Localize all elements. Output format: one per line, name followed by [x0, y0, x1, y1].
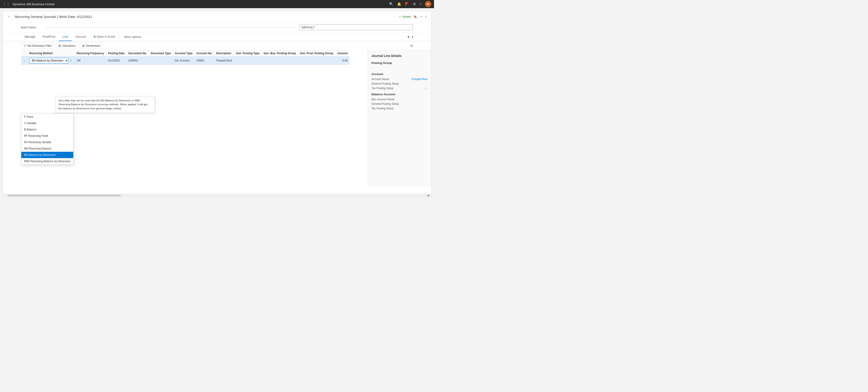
col-recurring-frequency[interactable]: Recurring Frequency — [75, 50, 106, 56]
right-panel: Journal Line Details Posting Group — Acc… — [368, 50, 431, 187]
cell-amount[interactable]: 0.00 — [335, 56, 349, 65]
cell-posting-date[interactable]: 4/12/2021 — [106, 56, 126, 65]
cell-recurring-method[interactable]: BD Balance by Dimension ⋮ — [27, 56, 75, 65]
col-account-no[interactable]: Account No. — [195, 50, 215, 56]
col-recurring-method[interactable]: Recurring Method ↑ — [27, 50, 75, 56]
recurring-method-dropdown: F Fixed V Variable B Balance RF Reversin… — [21, 113, 73, 165]
dropdown-item-b-balance[interactable]: B Balance — [21, 127, 73, 133]
tab-bar-right: ▼ ℹ — [407, 35, 413, 39]
filter-icon[interactable]: ▼ — [407, 35, 410, 39]
content-area: Set a filter that can be used with the B… — [3, 50, 431, 68]
panel-field-general-posting-setup: General Posting Setup — [371, 82, 427, 85]
panel-field-account-name: Account Name Prepaid Rent — [371, 78, 427, 81]
dropdown-item-bd-balance-by-dimension[interactable]: BD Balance by Dimension — [21, 152, 73, 158]
collapse-icon[interactable]: ⤢ — [425, 15, 427, 18]
tax-posting-setup-dash: — — [425, 87, 427, 90]
table-row[interactable]: → BD Balance by Dimension ⋮ 1M 4 — [21, 56, 349, 65]
cell-recurring-frequency[interactable]: 1M — [75, 56, 106, 65]
open-external-icon[interactable]: ↗ — [420, 15, 422, 18]
col-posting-date[interactable]: Posting Date — [106, 50, 126, 56]
cell-document-type[interactable] — [149, 56, 173, 65]
panel-field-posting-group-value: — — [371, 66, 427, 69]
scroll-right-arrow[interactable]: ► — [427, 194, 430, 197]
panel-field-tax-posting-setup: Tax Posting Setup — — [371, 87, 427, 90]
tab-postprint[interactable]: Post/Print — [39, 33, 59, 41]
batch-ellipsis-button[interactable]: ··· — [408, 26, 411, 29]
col-document-type[interactable]: Document Type — [149, 50, 173, 56]
method-cell: BD Balance by Dimension ⋮ — [29, 58, 73, 63]
info-icon[interactable]: ℹ — [412, 35, 413, 39]
columns-icon[interactable]: ⊟ — [410, 44, 413, 48]
tab-more-options[interactable]: More options — [121, 33, 145, 41]
panel-field-bal-tax-posting-setup: Tax Posting Setup — [371, 107, 427, 110]
journal-table: Recurring Method ↑ Recurring Frequency P… — [21, 50, 349, 68]
page-header: ← Recurring General Journals | Work Date… — [3, 11, 431, 22]
table-row-empty[interactable] — [21, 65, 349, 68]
panel-section-posting-group: Posting Group — [371, 61, 427, 65]
nav-grid-icon[interactable]: ⋮⋮ — [3, 2, 10, 6]
allocations-icon: ⊞ — [59, 44, 61, 48]
col-gen-posting-type[interactable]: Gen. Posting Type — [234, 50, 262, 56]
col-description[interactable]: Description — [214, 50, 234, 56]
col-account-type[interactable]: Account Type — [173, 50, 194, 56]
general-posting-setup-label: General Posting Setup — [371, 82, 399, 85]
main-content: Set a filter that can be used with the B… — [3, 50, 431, 68]
tab-open-excel[interactable]: ⊞ Open in Excel — [90, 33, 119, 41]
dropdown-item-rf-reversing-fixed[interactable]: RF Reversing Fixed — [21, 133, 73, 139]
bookmark-icon[interactable]: 🔖 — [413, 15, 417, 18]
batch-value-box[interactable]: DEFAULT ··· — [300, 25, 413, 30]
flag-icon[interactable]: 🚩 — [405, 2, 409, 6]
account-name-value[interactable]: Prepaid Rent — [411, 78, 427, 81]
toolbar-row: ▽ Set Dimension Filter ⊞ Allocations ⊞ D… — [3, 41, 431, 50]
cell-account-type[interactable]: G/L Account — [173, 56, 194, 65]
col-amount[interactable]: Amount — [335, 50, 349, 56]
dropdown-item-rv-reversing-variable[interactable]: RV Reversing Variable — [21, 139, 73, 145]
saved-status: ✓ Saved — [399, 15, 411, 18]
dropdown-item-rb-reversing-balance[interactable]: RB Reversing Balance — [21, 145, 73, 152]
col-gen-bus-posting-group[interactable]: Gen. Bus. Posting Group — [262, 50, 298, 56]
account-name-label: Account Name — [371, 78, 390, 81]
panel-field-bal-account-name: Bal. Account Name — [371, 98, 427, 101]
tab-manage[interactable]: Manage — [21, 33, 39, 41]
bell-icon[interactable]: 🔔 — [397, 2, 401, 6]
horizontal-scrollbar[interactable]: ► — [3, 194, 431, 197]
cell-account-no[interactable]: 10500 — [195, 56, 215, 65]
dropdown-item-rbd-reversing-balance-by-dimension[interactable]: RBD Reversing Balance by Dimension — [21, 158, 73, 165]
cell-gen-prod-posting-group[interactable] — [298, 56, 335, 65]
tab-line[interactable]: Line — [59, 33, 72, 41]
top-nav-icons: 🔍 🔔 🚩 ⚙ ? IK — [389, 1, 431, 7]
help-icon[interactable]: ? — [420, 2, 421, 6]
tooltip-text: Set a filter that can be used with the B… — [59, 99, 147, 110]
cell-gen-posting-type[interactable] — [234, 56, 262, 65]
tab-account[interactable]: Account — [72, 33, 90, 41]
filter-funnel-icon: ▽ — [24, 44, 26, 48]
allocations-button[interactable]: ⊞ Allocations — [56, 43, 78, 49]
toolbar-right: ⊟ — [410, 44, 413, 48]
dropdown-item-f-fixed[interactable]: F Fixed — [21, 114, 73, 120]
panel-section-account: Account — [371, 73, 427, 76]
cell-gen-bus-posting-group[interactable] — [262, 56, 298, 65]
dimensions-button[interactable]: ⊞ Dimensions — [80, 43, 103, 49]
col-gen-prod-posting-group[interactable]: Gen. Prod. Posting Group — [298, 50, 335, 56]
user-avatar[interactable]: IK — [425, 1, 431, 7]
tax-posting-setup-label: Tax Posting Setup — [371, 87, 394, 90]
scrollbar-thumb[interactable] — [7, 195, 121, 196]
gear-icon[interactable]: ⚙ — [413, 2, 416, 6]
dropdown-item-v-variable[interactable]: V Variable — [21, 120, 73, 127]
set-dimension-filter-button[interactable]: ▽ Set Dimension Filter — [21, 43, 54, 49]
cell-description[interactable]: Prepaid Rent — [214, 56, 234, 65]
app-title: Dynamics 365 Business Central — [13, 2, 386, 6]
col-document-no[interactable]: Document No. — [127, 50, 149, 56]
bal-general-posting-setup-label: General Posting Setup — [371, 102, 399, 106]
tooltip-box: Set a filter that can be used with the B… — [55, 96, 155, 113]
header-actions: ✓ Saved 🔖 ↗ ⤢ — [399, 15, 427, 18]
search-icon[interactable]: 🔍 — [389, 2, 394, 6]
tab-separator — [119, 35, 120, 39]
recurring-method-select[interactable]: BD Balance by Dimension — [29, 58, 69, 63]
method-more-button[interactable]: ⋮ — [69, 59, 72, 62]
cell-document-no[interactable]: G00001 — [127, 56, 149, 65]
excel-icon: ⊞ — [93, 35, 96, 38]
top-nav: ⋮⋮ Dynamics 365 Business Central 🔍 🔔 🚩 ⚙… — [0, 0, 434, 8]
back-button[interactable]: ← — [7, 14, 12, 19]
row-arrow: → — [21, 56, 27, 65]
